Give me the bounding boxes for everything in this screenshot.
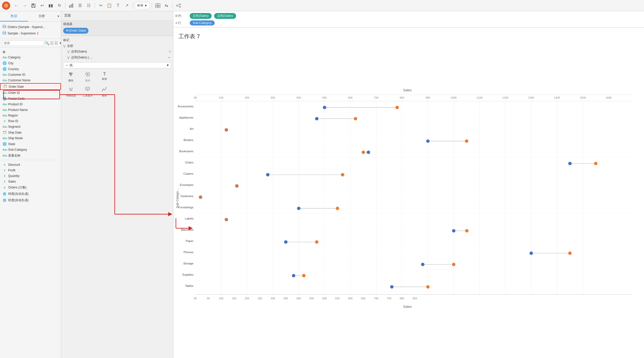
datasource-orders[interactable]: Orders (Sample - Superst... bbox=[2, 24, 59, 30]
back-button[interactable]: ← bbox=[12, 2, 20, 9]
field-lat[interactable]: 🌐 纬度(自动生成) bbox=[0, 191, 61, 197]
dot-supplies-orange[interactable] bbox=[302, 274, 305, 277]
field-order-id[interactable]: Abc Order ID bbox=[0, 90, 61, 96]
field-ship-mode[interactable]: Abc Ship Mode bbox=[0, 135, 61, 141]
field-orders-count[interactable]: # Orders (计数) bbox=[0, 184, 61, 191]
field-customer-id[interactable]: Abc Customer ID bbox=[0, 72, 61, 78]
shelf-row-pill-1[interactable]: Sub-Category bbox=[190, 20, 215, 25]
tab-data[interactable]: 数据 bbox=[0, 11, 28, 21]
svg-text:80K: 80K bbox=[400, 297, 405, 300]
dot-bookcases-blue[interactable] bbox=[367, 151, 370, 154]
undo-button[interactable]: ↩ bbox=[38, 2, 46, 9]
mark-expand-sales2[interactable]: ⋁ bbox=[67, 56, 70, 59]
field-product-id[interactable]: Abc Product ID bbox=[0, 101, 61, 107]
field-category[interactable]: Abc Category bbox=[0, 55, 61, 60]
format-button[interactable]: ☰ bbox=[76, 2, 84, 9]
dot-phones-blue[interactable] bbox=[530, 251, 533, 255]
field-sales[interactable]: # Sales bbox=[0, 179, 61, 184]
mark-btn-tooltip[interactable]: 工具提示 bbox=[80, 85, 95, 98]
shelf-col-label: iii 列 bbox=[175, 14, 188, 18]
field-ship-date[interactable]: Ship Date bbox=[0, 130, 61, 135]
mark-btn-label[interactable]: T 标签 bbox=[97, 70, 112, 83]
share-button[interactable] bbox=[175, 2, 182, 9]
dot-supplies-blue[interactable] bbox=[292, 274, 295, 277]
dot-chairs-orange[interactable] bbox=[594, 162, 597, 165]
dot-binders-orange[interactable] bbox=[465, 139, 468, 143]
dot-machines-blue[interactable] bbox=[452, 229, 455, 232]
dot-envelopes-orange[interactable] bbox=[235, 184, 238, 188]
annotate-button[interactable]: ↗ bbox=[123, 2, 131, 9]
dot-fasteners-orange[interactable] bbox=[199, 195, 202, 199]
shelf-col-pill-1[interactable]: 总和(Sales) bbox=[190, 13, 212, 19]
dot-accessories-blue[interactable] bbox=[323, 106, 326, 109]
field-icon-product-name: Abc bbox=[3, 109, 7, 111]
filter-pill-year[interactable]: 年(Order Date) bbox=[63, 28, 88, 34]
dot-storage-orange[interactable] bbox=[452, 263, 455, 266]
mark-btn-color[interactable]: 颜色 bbox=[63, 70, 79, 83]
tab-analysis[interactable]: 分析 bbox=[28, 11, 56, 21]
copy-button[interactable]: 📋 bbox=[106, 2, 113, 9]
dot-paper-blue[interactable] bbox=[284, 240, 287, 244]
dot-furnishings-orange[interactable] bbox=[336, 207, 339, 210]
dot-copiers-orange[interactable] bbox=[341, 173, 344, 176]
refresh-button[interactable]: ↻ bbox=[56, 2, 63, 9]
field-lon[interactable]: 🌐 经度(自动生成) bbox=[0, 197, 61, 203]
mark-btn-detail[interactable]: 详细信息 bbox=[63, 85, 79, 98]
layout-button[interactable]: ☷ bbox=[85, 2, 93, 9]
paste-button[interactable]: T bbox=[114, 2, 122, 9]
fit-button[interactable] bbox=[154, 2, 162, 9]
field-sub-category[interactable]: Abc Sub-Category bbox=[0, 147, 61, 152]
dot-phones-orange[interactable] bbox=[568, 251, 572, 255]
mark-btn-path[interactable]: 路径 bbox=[97, 85, 112, 98]
field-country[interactable]: 🌐 Country bbox=[0, 66, 61, 72]
field-postal-code[interactable]: 🌐 Postal Code bbox=[0, 96, 61, 101]
forward-button[interactable]: → bbox=[21, 2, 29, 9]
dot-tables-orange[interactable] bbox=[426, 285, 430, 288]
field-row-id[interactable]: # Row ID bbox=[0, 118, 61, 124]
search-input[interactable] bbox=[2, 40, 44, 46]
field-segment[interactable]: Abc Segment bbox=[0, 124, 61, 130]
dot-labels-orange[interactable] bbox=[225, 218, 228, 221]
field-profit[interactable]: # Profit bbox=[0, 168, 61, 173]
filter-icon[interactable]: ☷ bbox=[50, 41, 54, 45]
swap-button[interactable]: ⇆ bbox=[163, 2, 170, 9]
grid-view-icon[interactable]: ☷ bbox=[55, 41, 58, 45]
save-button[interactable] bbox=[30, 2, 37, 9]
shelf-col-pill-2[interactable]: 总和(Sales) bbox=[214, 13, 236, 19]
chart-type-button[interactable] bbox=[68, 2, 75, 9]
dot-bookcases-orange[interactable] bbox=[362, 151, 365, 154]
mark-expand-sales1[interactable]: ⋁ bbox=[67, 50, 70, 53]
dot-binders-blue[interactable] bbox=[426, 139, 430, 143]
cut-button[interactable]: ✂ bbox=[97, 2, 105, 9]
dot-art-orange[interactable] bbox=[225, 128, 228, 132]
tab-arrow[interactable]: ▼ bbox=[56, 11, 61, 21]
dot-appliances-blue[interactable] bbox=[315, 117, 318, 120]
pause-button[interactable]: ▮▮ bbox=[47, 2, 55, 9]
mark-expand-all[interactable]: ⋁ bbox=[63, 44, 66, 48]
marks-dropdown[interactable]: 标准 ▼ bbox=[135, 2, 150, 9]
dot-machines-orange[interactable] bbox=[465, 229, 469, 232]
dot-furnishings-blue[interactable] bbox=[297, 207, 300, 210]
dot-accessories-orange[interactable] bbox=[395, 106, 399, 109]
field-state[interactable]: 🌐 State bbox=[0, 141, 61, 147]
dot-copiers-blue[interactable] bbox=[266, 173, 269, 176]
mark-btn-size[interactable]: 大小 bbox=[80, 70, 95, 83]
field-measure-names[interactable]: Abc 度量名称 bbox=[0, 152, 61, 159]
datasource-sample[interactable]: Sample - Superstore ! bbox=[2, 30, 59, 36]
field-customer-name[interactable]: Abc Customer Name bbox=[0, 78, 61, 83]
field-order-date[interactable]: Order Date bbox=[0, 83, 61, 90]
dot-paper-orange[interactable] bbox=[315, 240, 318, 244]
field-product-name[interactable]: Abc Product Name bbox=[0, 107, 61, 113]
field-region[interactable]: Abc Region bbox=[0, 113, 61, 118]
svg-text:Tables: Tables bbox=[185, 284, 194, 287]
dot-tables-blue[interactable] bbox=[390, 285, 393, 288]
dot-appliances-orange[interactable] bbox=[354, 117, 357, 120]
field-discount[interactable]: # Discount bbox=[0, 162, 61, 168]
svg-text:160K: 160K bbox=[606, 96, 612, 99]
sort-icon[interactable]: ▼ bbox=[59, 41, 61, 45]
dot-chairs-blue[interactable] bbox=[568, 162, 572, 165]
mark-type-dropdown[interactable]: ～ 线 ▼ bbox=[63, 62, 171, 68]
field-quantity[interactable]: # Quantity bbox=[0, 173, 61, 179]
field-city[interactable]: 🌐 City bbox=[0, 60, 61, 66]
dot-storage-blue[interactable] bbox=[421, 263, 424, 266]
